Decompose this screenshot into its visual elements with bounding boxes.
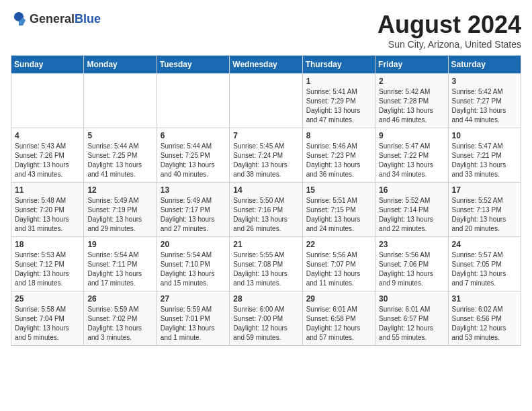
day-number: 26 <box>87 294 152 304</box>
week-row-5: 25Sunrise: 5:58 AMSunset: 7:04 PMDayligh… <box>11 291 521 346</box>
day-info: Sunrise: 5:59 AMSunset: 7:01 PMDaylight:… <box>161 305 226 342</box>
day-number: 6 <box>161 131 226 140</box>
day-info: Sunrise: 6:01 AMSunset: 6:58 PMDaylight:… <box>306 305 371 342</box>
day-cell: 24Sunrise: 5:57 AMSunset: 7:05 PMDayligh… <box>448 237 521 291</box>
day-cell: 12Sunrise: 5:49 AMSunset: 7:19 PMDayligh… <box>84 183 157 237</box>
week-row-3: 11Sunrise: 5:48 AMSunset: 7:20 PMDayligh… <box>11 183 521 237</box>
day-cell: 14Sunrise: 5:50 AMSunset: 7:16 PMDayligh… <box>230 183 302 237</box>
header: GeneralBlue August 2024 Sun City, Arizon… <box>11 11 521 50</box>
day-number: 13 <box>161 185 226 195</box>
day-info: Sunrise: 5:44 AMSunset: 7:25 PMDaylight:… <box>161 142 226 179</box>
day-cell: 7Sunrise: 5:45 AMSunset: 7:24 PMDaylight… <box>230 128 302 183</box>
calendar-table: SundayMondayTuesdayWednesdayThursdayFrid… <box>11 55 521 346</box>
day-cell: 5Sunrise: 5:44 AMSunset: 7:25 PMDaylight… <box>84 128 157 183</box>
day-cell: 11Sunrise: 5:48 AMSunset: 7:20 PMDayligh… <box>11 183 84 237</box>
day-info: Sunrise: 5:55 AMSunset: 7:08 PMDaylight:… <box>233 250 298 288</box>
day-cell: 19Sunrise: 5:54 AMSunset: 7:11 PMDayligh… <box>84 237 157 291</box>
day-number: 4 <box>15 131 80 140</box>
day-number: 14 <box>233 185 298 195</box>
day-info: Sunrise: 5:54 AMSunset: 7:11 PMDaylight:… <box>87 250 152 288</box>
logo-text: GeneralBlue <box>30 12 101 26</box>
day-number: 21 <box>233 240 298 249</box>
day-info: Sunrise: 5:45 AMSunset: 7:24 PMDaylight:… <box>233 142 298 179</box>
logo: GeneralBlue <box>11 11 101 27</box>
day-info: Sunrise: 5:52 AMSunset: 7:13 PMDaylight:… <box>452 196 517 234</box>
day-info: Sunrise: 6:02 AMSunset: 6:56 PMDaylight:… <box>452 305 517 342</box>
day-info: Sunrise: 6:01 AMSunset: 6:57 PMDaylight:… <box>379 305 444 342</box>
day-number: 19 <box>87 240 152 249</box>
day-cell <box>230 74 302 128</box>
day-cell: 13Sunrise: 5:49 AMSunset: 7:17 PMDayligh… <box>157 183 229 237</box>
day-number: 25 <box>15 294 80 304</box>
day-number: 8 <box>306 131 371 140</box>
day-cell: 6Sunrise: 5:44 AMSunset: 7:25 PMDaylight… <box>157 128 229 183</box>
day-cell: 20Sunrise: 5:54 AMSunset: 7:10 PMDayligh… <box>157 237 229 291</box>
day-number: 2 <box>379 77 444 86</box>
day-info: Sunrise: 5:51 AMSunset: 7:15 PMDaylight:… <box>306 196 371 234</box>
day-info: Sunrise: 5:54 AMSunset: 7:10 PMDaylight:… <box>161 250 226 288</box>
logo-blue: Blue <box>75 12 101 26</box>
day-number: 11 <box>15 185 80 195</box>
day-cell: 21Sunrise: 5:55 AMSunset: 7:08 PMDayligh… <box>230 237 302 291</box>
day-cell <box>157 74 229 128</box>
day-number: 10 <box>452 131 517 140</box>
day-number: 22 <box>306 240 371 249</box>
day-info: Sunrise: 5:46 AMSunset: 7:23 PMDaylight:… <box>306 142 371 179</box>
day-cell: 17Sunrise: 5:52 AMSunset: 7:13 PMDayligh… <box>448 183 521 237</box>
day-number: 31 <box>452 294 517 304</box>
day-info: Sunrise: 5:49 AMSunset: 7:19 PMDaylight:… <box>87 196 152 234</box>
day-cell: 10Sunrise: 5:47 AMSunset: 7:21 PMDayligh… <box>448 128 521 183</box>
day-info: Sunrise: 5:52 AMSunset: 7:14 PMDaylight:… <box>379 196 444 234</box>
day-number: 27 <box>161 294 226 304</box>
day-number: 15 <box>306 185 371 195</box>
day-cell: 27Sunrise: 5:59 AMSunset: 7:01 PMDayligh… <box>157 291 229 346</box>
day-number: 9 <box>379 131 444 140</box>
header-day-sunday: Sunday <box>11 56 84 74</box>
day-info: Sunrise: 5:50 AMSunset: 7:16 PMDaylight:… <box>233 196 298 234</box>
day-cell: 29Sunrise: 6:01 AMSunset: 6:58 PMDayligh… <box>302 291 375 346</box>
day-info: Sunrise: 5:53 AMSunset: 7:12 PMDaylight:… <box>15 250 80 288</box>
week-row-1: 1Sunrise: 5:41 AMSunset: 7:29 PMDaylight… <box>11 74 521 128</box>
day-info: Sunrise: 5:47 AMSunset: 7:22 PMDaylight:… <box>379 142 444 179</box>
day-number: 20 <box>161 240 226 249</box>
day-info: Sunrise: 5:57 AMSunset: 7:05 PMDaylight:… <box>452 250 517 288</box>
day-number: 29 <box>306 294 371 304</box>
day-cell: 25Sunrise: 5:58 AMSunset: 7:04 PMDayligh… <box>11 291 84 346</box>
header-day-friday: Friday <box>375 56 448 74</box>
day-info: Sunrise: 5:58 AMSunset: 7:04 PMDaylight:… <box>15 305 80 342</box>
day-number: 24 <box>452 240 517 249</box>
day-cell: 4Sunrise: 5:43 AMSunset: 7:26 PMDaylight… <box>11 128 84 183</box>
day-cell: 3Sunrise: 5:42 AMSunset: 7:27 PMDaylight… <box>448 74 521 128</box>
header-row: SundayMondayTuesdayWednesdayThursdayFrid… <box>11 56 521 74</box>
day-cell: 9Sunrise: 5:47 AMSunset: 7:22 PMDaylight… <box>375 128 448 183</box>
title-area: August 2024 Sun City, Arizona, United St… <box>378 11 521 50</box>
day-number: 28 <box>233 294 298 304</box>
day-cell: 26Sunrise: 5:59 AMSunset: 7:02 PMDayligh… <box>84 291 157 346</box>
day-info: Sunrise: 5:43 AMSunset: 7:26 PMDaylight:… <box>15 142 80 179</box>
logo-icon <box>11 11 27 27</box>
day-info: Sunrise: 5:48 AMSunset: 7:20 PMDaylight:… <box>15 196 80 234</box>
day-number: 18 <box>15 240 80 249</box>
day-number: 1 <box>306 77 371 86</box>
month-title: August 2024 <box>378 11 521 39</box>
day-number: 3 <box>452 77 517 86</box>
day-number: 7 <box>233 131 298 140</box>
day-info: Sunrise: 5:47 AMSunset: 7:21 PMDaylight:… <box>452 142 517 179</box>
week-row-2: 4Sunrise: 5:43 AMSunset: 7:26 PMDaylight… <box>11 128 521 183</box>
day-info: Sunrise: 5:56 AMSunset: 7:07 PMDaylight:… <box>306 250 371 288</box>
day-cell: 31Sunrise: 6:02 AMSunset: 6:56 PMDayligh… <box>448 291 521 346</box>
day-number: 30 <box>379 294 444 304</box>
day-info: Sunrise: 5:42 AMSunset: 7:28 PMDaylight:… <box>379 87 444 125</box>
day-info: Sunrise: 5:41 AMSunset: 7:29 PMDaylight:… <box>306 87 371 125</box>
logo-general: General <box>30 12 75 26</box>
day-cell: 2Sunrise: 5:42 AMSunset: 7:28 PMDaylight… <box>375 74 448 128</box>
subtitle: Sun City, Arizona, United States <box>378 39 521 50</box>
day-cell: 18Sunrise: 5:53 AMSunset: 7:12 PMDayligh… <box>11 237 84 291</box>
header-day-wednesday: Wednesday <box>230 56 302 74</box>
day-cell: 1Sunrise: 5:41 AMSunset: 7:29 PMDaylight… <box>302 74 375 128</box>
day-number: 5 <box>87 131 152 140</box>
day-info: Sunrise: 5:49 AMSunset: 7:17 PMDaylight:… <box>161 196 226 234</box>
header-day-tuesday: Tuesday <box>157 56 229 74</box>
day-number: 12 <box>87 185 152 195</box>
day-number: 17 <box>452 185 517 195</box>
